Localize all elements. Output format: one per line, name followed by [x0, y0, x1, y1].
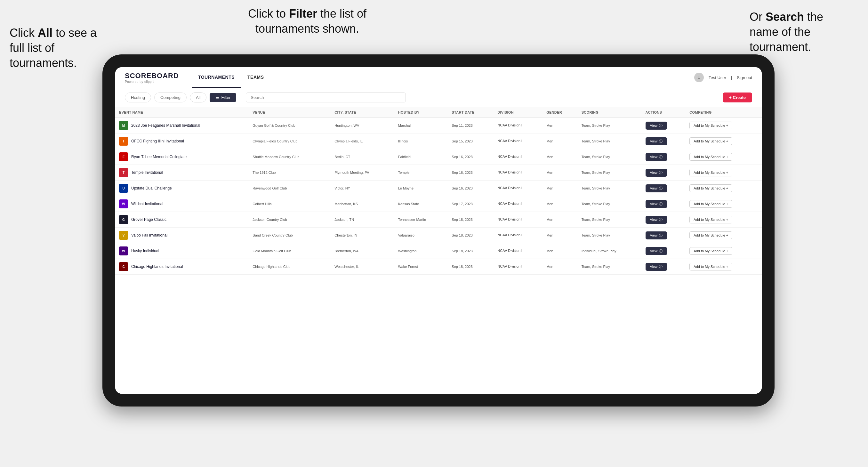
add-to-schedule-button-2[interactable]: Add to My Schedule + — [689, 153, 732, 161]
add-to-schedule-button-3[interactable]: Add to My Schedule + — [689, 169, 732, 176]
team-logo-6: G — [119, 215, 128, 224]
cell-hosted-by-1: Illinois — [394, 133, 448, 149]
cell-actions-4: View ⓘ — [642, 181, 686, 196]
cell-city-state-8: Bremerton, WA — [331, 243, 394, 259]
cell-event-name-6: G Grover Page Classic — [115, 212, 249, 227]
cell-gender-0: Men — [542, 118, 578, 133]
add-to-schedule-button-7[interactable]: Add to My Schedule + — [689, 231, 732, 239]
view-button-0[interactable]: View ⓘ — [646, 122, 667, 130]
view-button-7[interactable]: View ⓘ — [646, 231, 667, 240]
col-venue: VENUE — [249, 107, 331, 118]
col-event-name: EVENT NAME — [115, 107, 249, 118]
view-button-3[interactable]: View ⓘ — [646, 169, 667, 177]
logo-text: SCOREBOARD — [125, 72, 179, 80]
tablet-screen: SCOREBOARD Powered by clipp'd TOURNAMENT… — [115, 67, 762, 394]
cell-scoring-7: Team, Stroke Play — [578, 227, 642, 243]
annotation-top-center: Click to Filter the list of tournaments … — [224, 6, 391, 36]
cell-competing-6: Add to My Schedule + — [686, 212, 762, 227]
user-avatar: U — [694, 73, 704, 82]
filter-button[interactable]: ☰ Filter — [210, 93, 236, 102]
create-button[interactable]: + Create — [723, 93, 752, 102]
add-to-schedule-button-9[interactable]: Add to My Schedule + — [689, 263, 732, 271]
cell-start-date-0: Sep 11, 2023 — [448, 118, 494, 133]
table-row: C Chicago Highlands Invitational Chicago… — [115, 259, 762, 275]
sign-out-link[interactable]: Sign out — [737, 75, 752, 80]
view-button-6[interactable]: View ⓘ — [646, 216, 667, 224]
event-name-7: Valpo Fall Invitational — [131, 233, 167, 238]
cell-city-state-7: Chesterton, IN — [331, 227, 394, 243]
add-to-schedule-button-0[interactable]: Add to My Schedule + — [689, 122, 732, 129]
team-logo-5: W — [119, 199, 128, 208]
view-button-8[interactable]: View ⓘ — [646, 247, 667, 255]
nav-teams[interactable]: TEAMS — [241, 67, 271, 88]
cell-scoring-5: Team, Stroke Play — [578, 196, 642, 212]
cell-city-state-0: Huntington, WV — [331, 118, 394, 133]
cell-scoring-6: Team, Stroke Play — [578, 212, 642, 227]
col-division: DIVISION — [494, 107, 542, 118]
cell-event-name-9: C Chicago Highlands Invitational — [115, 259, 249, 275]
table-header: EVENT NAME VENUE CITY, STATE HOSTED BY S… — [115, 107, 762, 118]
cell-division-4: NCAA Division I — [494, 181, 542, 196]
cell-gender-5: Men — [542, 196, 578, 212]
nav-tournaments[interactable]: TOURNAMENTS — [192, 67, 241, 88]
view-button-5[interactable]: View ⓘ — [646, 200, 667, 208]
cell-gender-6: Men — [542, 212, 578, 227]
cell-start-date-2: Sep 16, 2023 — [448, 149, 494, 165]
table-body: M 2023 Joe Feaganes Marshall Invitationa… — [115, 118, 762, 275]
add-to-schedule-button-6[interactable]: Add to My Schedule + — [689, 216, 732, 223]
search-input[interactable] — [246, 93, 406, 102]
team-logo-9: C — [119, 262, 128, 271]
tab-hosting[interactable]: Hosting — [125, 93, 151, 102]
cell-venue-8: Gold Mountain Golf Club — [249, 243, 331, 259]
cell-start-date-6: Sep 18, 2023 — [448, 212, 494, 227]
view-button-9[interactable]: View ⓘ — [646, 263, 667, 271]
cell-scoring-2: Team, Stroke Play — [578, 149, 642, 165]
cell-gender-7: Men — [542, 227, 578, 243]
cell-scoring-0: Team, Stroke Play — [578, 118, 642, 133]
col-city-state: CITY, STATE — [331, 107, 394, 118]
cell-actions-7: View ⓘ — [642, 227, 686, 243]
view-button-1[interactable]: View ⓘ — [646, 137, 667, 145]
cell-competing-1: Add to My Schedule + — [686, 133, 762, 149]
team-logo-3: T — [119, 168, 128, 177]
cell-division-7: NCAA Division I — [494, 227, 542, 243]
cell-start-date-3: Sep 16, 2023 — [448, 165, 494, 181]
add-to-schedule-button-8[interactable]: Add to My Schedule + — [689, 247, 732, 255]
main-nav: TOURNAMENTS TEAMS — [192, 67, 271, 88]
cell-hosted-by-3: Temple — [394, 165, 448, 181]
user-name: Test User — [709, 75, 726, 80]
tab-competing[interactable]: Competing — [154, 93, 187, 102]
annotation-top-left: Click All to see a full list of tourname… — [9, 26, 99, 70]
add-to-schedule-button-4[interactable]: Add to My Schedule + — [689, 184, 732, 192]
event-name-2: Ryan T. Lee Memorial Collegiate — [131, 155, 187, 159]
cell-venue-4: Ravenwood Golf Club — [249, 181, 331, 196]
add-to-schedule-button-5[interactable]: Add to My Schedule + — [689, 200, 732, 208]
info-icon-3: ⓘ — [659, 170, 662, 175]
cell-start-date-8: Sep 18, 2023 — [448, 243, 494, 259]
view-button-4[interactable]: View ⓘ — [646, 184, 667, 192]
cell-actions-8: View ⓘ — [642, 243, 686, 259]
cell-venue-3: The 1912 Club — [249, 165, 331, 181]
cell-hosted-by-7: Valparaiso — [394, 227, 448, 243]
cell-actions-1: View ⓘ — [642, 133, 686, 149]
table-row: U Upstate Dual Challenge Ravenwood Golf … — [115, 181, 762, 196]
cell-hosted-by-8: Washington — [394, 243, 448, 259]
cell-venue-9: Chicago Highlands Club — [249, 259, 331, 275]
col-actions: ACTIONS — [642, 107, 686, 118]
cell-city-state-1: Olympia Fields, IL — [331, 133, 394, 149]
cell-division-1: NCAA Division I — [494, 133, 542, 149]
table-row: F Ryan T. Lee Memorial Collegiate Shuttl… — [115, 149, 762, 165]
cell-scoring-8: Individual, Stroke Play — [578, 243, 642, 259]
view-button-2[interactable]: View ⓘ — [646, 153, 667, 161]
cell-actions-6: View ⓘ — [642, 212, 686, 227]
add-to-schedule-button-1[interactable]: Add to My Schedule + — [689, 137, 732, 145]
col-start-date: START DATE — [448, 107, 494, 118]
cell-gender-3: Men — [542, 165, 578, 181]
tab-all[interactable]: All — [190, 93, 207, 102]
info-icon-7: ⓘ — [659, 233, 662, 238]
cell-actions-0: View ⓘ — [642, 118, 686, 133]
logo-area: SCOREBOARD Powered by clipp'd — [125, 72, 179, 84]
event-name-3: Temple Invitational — [131, 170, 163, 175]
cell-division-6: NCAA Division I — [494, 212, 542, 227]
cell-gender-2: Men — [542, 149, 578, 165]
